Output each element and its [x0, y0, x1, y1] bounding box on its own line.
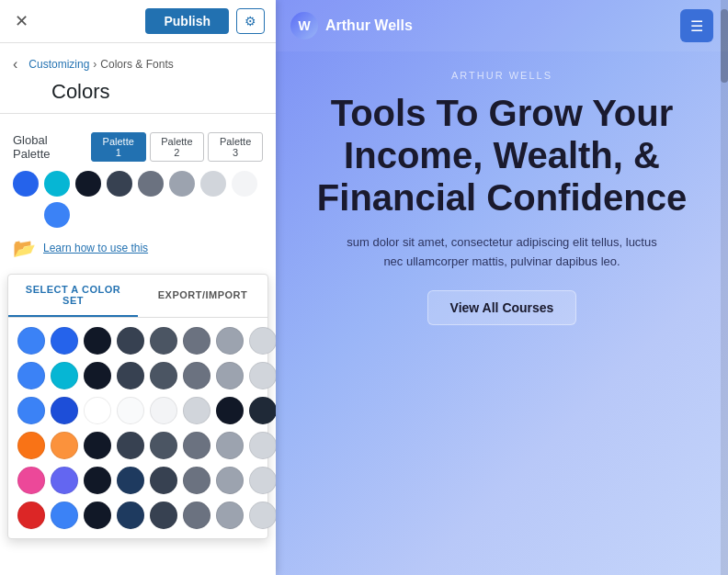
color-set-swatch[interactable]	[117, 432, 144, 459]
color-set-swatch[interactable]	[17, 397, 45, 424]
color-set-swatch[interactable]	[150, 502, 177, 529]
palette-swatch[interactable]	[13, 202, 39, 228]
color-set-swatch[interactable]	[216, 327, 244, 355]
folder-link-row: 📂 Learn how to use this	[13, 237, 263, 259]
color-set-tabs: SELECT A COLOR SET EXPORT/IMPORT	[8, 275, 267, 318]
color-set-row	[17, 397, 258, 424]
preview-scrollbar[interactable]	[721, 0, 728, 575]
color-set-swatch[interactable]	[216, 362, 244, 389]
settings-button[interactable]: ⚙	[236, 8, 265, 34]
color-set-swatch[interactable]	[183, 467, 210, 494]
color-set-swatch[interactable]	[183, 502, 210, 529]
palette-swatch[interactable]	[232, 171, 257, 197]
palette-tab-2[interactable]: Palette 2	[150, 132, 205, 162]
back-button[interactable]: ‹	[13, 52, 25, 76]
logo-icon: W	[290, 12, 318, 39]
color-set-row	[17, 467, 258, 494]
color-set-swatch[interactable]	[117, 362, 144, 389]
page-title: Colors	[0, 76, 276, 113]
palette-tab-1[interactable]: Palette 1	[91, 132, 146, 162]
color-set-swatch[interactable]	[17, 502, 45, 529]
palette-section: Global Palette Palette 1 Palette 2 Palet…	[0, 123, 276, 274]
header-right: Publish ⚙	[145, 8, 265, 34]
color-set-swatch[interactable]	[183, 327, 210, 355]
color-set-swatch[interactable]	[117, 467, 144, 494]
color-set-swatch[interactable]	[183, 397, 210, 424]
nav-menu-button[interactable]: ☰	[680, 9, 713, 42]
palette-tab-3[interactable]: Palette 3	[208, 132, 263, 162]
color-set-swatch[interactable]	[216, 432, 244, 459]
folder-icon[interactable]: 📂	[13, 237, 36, 259]
color-grid	[8, 318, 267, 538]
color-set-panel: SELECT A COLOR SET EXPORT/IMPORT	[7, 274, 268, 539]
color-set-swatch[interactable]	[84, 432, 111, 459]
color-set-swatch[interactable]	[84, 467, 111, 494]
close-button[interactable]: ✕	[11, 7, 32, 35]
color-set-swatch[interactable]	[150, 467, 177, 494]
color-set-row	[17, 327, 258, 355]
palette-tabs: Palette 1 Palette 2 Palette 3	[91, 132, 263, 162]
global-palette-swatches	[13, 171, 263, 228]
palette-swatch[interactable]	[13, 171, 39, 197]
color-set-swatch[interactable]	[17, 467, 45, 494]
color-set-swatch[interactable]	[51, 397, 78, 424]
color-set-swatch[interactable]	[117, 327, 144, 355]
color-set-swatch[interactable]	[17, 432, 45, 459]
color-set-swatch[interactable]	[51, 327, 78, 355]
preview-hero: ARTHUR WELLS Tools To Grow Your Income, …	[276, 51, 728, 344]
palette-swatch[interactable]	[200, 171, 226, 197]
nav-logo: W Arthur Wells	[290, 12, 413, 39]
color-set-swatch[interactable]	[51, 432, 78, 459]
panel-scroll: ‹ Customizing › Colors & Fonts Colors Gl…	[0, 43, 276, 575]
color-set-swatch[interactable]	[150, 327, 177, 355]
color-set-swatch[interactable]	[150, 432, 177, 459]
color-set-swatch[interactable]	[249, 397, 276, 424]
right-preview: W Arthur Wells ☰ ARTHUR WELLS Tools To G…	[276, 0, 728, 575]
color-set-swatch[interactable]	[249, 327, 276, 355]
color-set-row	[17, 432, 258, 459]
publish-button[interactable]: Publish	[145, 8, 229, 34]
palette-swatch[interactable]	[138, 171, 164, 197]
color-set-tab-export[interactable]: EXPORT/IMPORT	[138, 275, 267, 317]
color-set-swatch[interactable]	[51, 467, 78, 494]
palette-swatch[interactable]	[169, 171, 195, 197]
color-set-swatch[interactable]	[84, 502, 111, 529]
color-set-swatch[interactable]	[183, 432, 210, 459]
color-set-swatch[interactable]	[183, 362, 210, 389]
divider	[0, 113, 276, 114]
color-set-swatch[interactable]	[84, 362, 111, 389]
color-set-swatch[interactable]	[216, 467, 244, 494]
color-set-swatch[interactable]	[84, 397, 111, 424]
learn-link[interactable]: Learn how to use this	[43, 242, 148, 254]
color-set-swatch[interactable]	[51, 502, 78, 529]
color-set-swatch[interactable]	[216, 502, 244, 529]
palette-swatch[interactable]	[44, 202, 70, 228]
color-set-row	[17, 502, 258, 529]
color-set-swatch[interactable]	[17, 362, 45, 389]
color-set-swatch[interactable]	[249, 432, 276, 459]
breadcrumb-root[interactable]: Customizing	[28, 58, 89, 71]
hero-eyebrow: ARTHUR WELLS	[303, 70, 700, 81]
palette-swatch[interactable]	[75, 171, 101, 197]
color-set-swatch[interactable]	[84, 327, 111, 355]
preview-nav: W Arthur Wells ☰	[276, 0, 728, 51]
color-set-row	[17, 362, 258, 389]
color-set-swatch[interactable]	[17, 327, 45, 355]
color-set-swatch[interactable]	[117, 502, 144, 529]
color-set-tab-select[interactable]: SELECT A COLOR SET	[8, 275, 138, 317]
color-set-swatch[interactable]	[216, 397, 244, 424]
palette-swatch[interactable]	[107, 171, 132, 197]
hero-subtitle: sum dolor sit amet, consectetur adipisci…	[346, 233, 658, 272]
palette-label: Global Palette	[13, 133, 82, 161]
color-set-swatch[interactable]	[249, 362, 276, 389]
color-set-swatch[interactable]	[249, 502, 276, 529]
scrollbar-thumb	[721, 9, 728, 83]
color-set-swatch[interactable]	[150, 362, 177, 389]
breadcrumb-sub: Colors & Fonts	[100, 58, 173, 71]
hero-cta-button[interactable]: View All Courses	[427, 290, 577, 325]
color-set-swatch[interactable]	[249, 467, 276, 494]
color-set-swatch[interactable]	[150, 397, 177, 424]
color-set-swatch[interactable]	[117, 397, 144, 424]
color-set-swatch[interactable]	[51, 362, 78, 389]
palette-swatch[interactable]	[44, 171, 70, 197]
